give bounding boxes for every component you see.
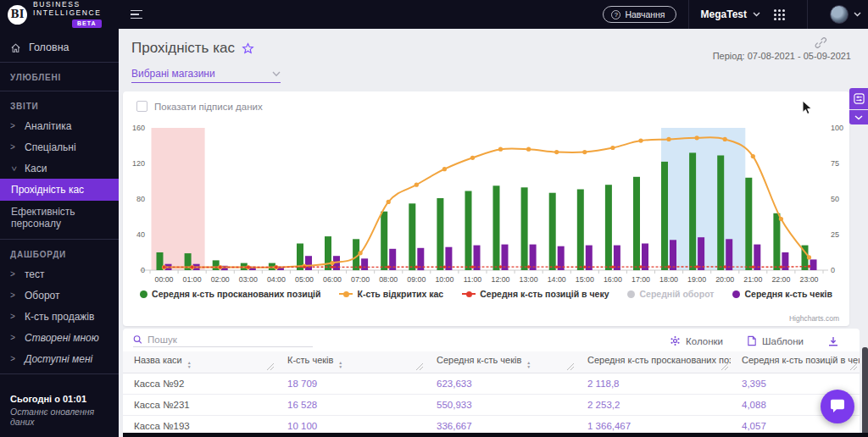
table-row[interactable]: Касса №23116 528550,9332 253,24,088: [123, 394, 860, 415]
legend-item[interactable]: Середній оборот: [627, 289, 714, 299]
last-update-note: Останнє оновлення даних: [10, 407, 108, 427]
templates-button[interactable]: Шаблони: [747, 335, 804, 346]
search-input[interactable]: [147, 335, 313, 345]
avatar: [830, 5, 849, 24]
sidebar-item-Каси[interactable]: >Каси: [0, 158, 119, 179]
apps-grid-icon[interactable]: [774, 9, 785, 20]
sidebar-item-К-сть продажів[interactable]: >К-сть продажів: [0, 306, 119, 327]
svg-text:00:00: 00:00: [154, 275, 173, 284]
logo-bi-icon: BI: [8, 5, 27, 25]
legend-item[interactable]: К-сть відкритих кас: [339, 289, 443, 299]
legend-item[interactable]: Середня к-сть чеків: [732, 289, 832, 299]
sidebar-item-тест[interactable]: >тест: [0, 263, 119, 285]
chevron-down-icon: [272, 71, 281, 77]
table-row[interactable]: Касса №9218 709623,6332 118,83,395: [123, 373, 860, 394]
sidebar-subitem-Прохідність кас[interactable]: Прохідність кас: [0, 179, 119, 201]
sidebar-subitem-Ефективність персоналу[interactable]: Ефективність персоналу: [0, 201, 119, 235]
template-file-icon: [747, 335, 757, 346]
favorite-star-icon[interactable]: [242, 42, 254, 55]
column-header[interactable]: Назва каси▲▼: [123, 351, 276, 373]
column-label: Назва каси: [134, 355, 182, 365]
app-logo[interactable]: BI BUSINESS INTELLIGENCE BETA: [0, 0, 119, 29]
column-label: К-сть чеків: [287, 355, 333, 365]
chevron-right-icon: >: [10, 355, 16, 363]
column-resize-handle[interactable]: [416, 363, 423, 370]
download-icon[interactable]: [827, 335, 839, 347]
last-update-time: Сьогодні о 01:01: [10, 394, 108, 404]
copy-link-icon[interactable]: [815, 36, 827, 49]
horizontal-scrollbar[interactable]: [123, 433, 868, 437]
legend-dot-marker: [627, 290, 635, 298]
chevron-right-icon: >: [10, 143, 16, 152]
column-resize-handle[interactable]: [567, 363, 574, 370]
column-header[interactable]: Середня к-сть просканованих позицій▲▼: [576, 351, 731, 373]
sidebar-item-Доступні мені[interactable]: >Доступні мені: [0, 348, 119, 369]
question-icon: ?: [611, 10, 620, 19]
column-header[interactable]: К-сть чеків▲▼: [276, 351, 426, 373]
chart-settings-button[interactable]: [849, 88, 868, 109]
svg-text:06:00: 06:00: [323, 275, 342, 284]
svg-text:03:00: 03:00: [239, 275, 258, 284]
legend-label: Середня к-сть просканованих позицій: [152, 289, 320, 299]
column-resize-handle[interactable]: [850, 363, 857, 370]
legend-dot-marker: [140, 290, 147, 298]
vertical-scrollbar[interactable]: [862, 347, 868, 437]
svg-text:16:00: 16:00: [604, 275, 622, 284]
svg-text:19:00: 19:00: [687, 275, 706, 284]
search-box: [133, 335, 313, 347]
svg-text:20:00: 20:00: [715, 275, 734, 284]
training-label: Навчання: [625, 9, 665, 19]
workspace-selector[interactable]: MegaTest: [701, 8, 760, 20]
show-data-labels-checkbox[interactable]: [136, 101, 147, 112]
chart-side-controls: [849, 88, 868, 124]
column-label: Середня к-сть просканованих позицій: [587, 355, 731, 365]
chevron-right-icon: >: [10, 122, 16, 130]
sort-icon[interactable]: ▲▼: [526, 361, 531, 368]
sidebar-item-Оборот[interactable]: >Оборот: [0, 285, 119, 306]
svg-text:120: 120: [132, 159, 145, 168]
svg-text:08:00: 08:00: [379, 275, 398, 284]
page-title: Прохідність кас: [131, 40, 235, 57]
column-resize-handle[interactable]: [267, 363, 274, 370]
svg-text:50: 50: [831, 195, 839, 203]
svg-text:02:00: 02:00: [211, 275, 230, 284]
sort-icon[interactable]: ▲▼: [338, 361, 342, 368]
sidebar-divider: [0, 373, 119, 374]
sidebar-item-Аналітика[interactable]: >Аналітика: [0, 115, 119, 136]
svg-text:12:00: 12:00: [491, 275, 509, 284]
svg-text:07:00: 07:00: [351, 275, 370, 284]
sidebar-item-home[interactable]: Головна: [0, 37, 119, 58]
sidebar-item-Спеціальні[interactable]: >Спеціальні: [0, 136, 119, 158]
hamburger-menu-icon[interactable]: [131, 10, 142, 19]
svg-text:80: 80: [136, 195, 145, 203]
stores-select[interactable]: Вибрані магазини: [131, 68, 281, 83]
sidebar-item-label: Аналітика: [25, 120, 71, 132]
column-header[interactable]: Середня к-сть позицій в чеку▲▼: [731, 351, 860, 373]
beta-badge: BETA: [72, 19, 102, 28]
columns-button[interactable]: Колонки: [670, 335, 723, 346]
sidebar-item-label: Доступні мені: [25, 353, 92, 365]
svg-text:160: 160: [132, 124, 145, 132]
column-label: Середня к-сть позицій в чеку: [742, 355, 860, 365]
svg-text:01:00: 01:00: [183, 275, 202, 284]
svg-text:23:00: 23:00: [799, 275, 818, 284]
workspace-name: MegaTest: [701, 8, 747, 20]
legend-label: Середня к-сть чеків: [744, 289, 832, 299]
chat-bubble-icon: [829, 399, 846, 414]
sidebar-divider: [0, 62, 119, 63]
legend-item[interactable]: Середня к-сть просканованих позицій: [140, 289, 320, 299]
collapse-panel-button[interactable]: [849, 110, 868, 124]
user-menu[interactable]: [830, 5, 861, 24]
reports-header: ЗВІТИ: [0, 96, 119, 115]
dashboards-list: >тест>Оборот>К-сть продажів>Створені мно…: [0, 263, 119, 369]
column-header[interactable]: Середня к-сть чеків▲▼: [426, 351, 576, 373]
favorites-header: УЛЮБЛЕНІ: [0, 67, 119, 86]
sort-icon[interactable]: ▲▼: [187, 361, 192, 368]
legend-line-marker: [339, 293, 353, 295]
show-data-labels-label: Показати підписи даних: [154, 102, 263, 112]
column-resize-handle[interactable]: [721, 363, 728, 370]
legend-item[interactable]: Середня к-сть позицій в чеку: [462, 289, 609, 299]
chat-button[interactable]: [821, 390, 854, 423]
sidebar-item-Створені мною[interactable]: >Створені мною: [0, 327, 119, 348]
training-button[interactable]: ? Навчання: [603, 6, 676, 23]
